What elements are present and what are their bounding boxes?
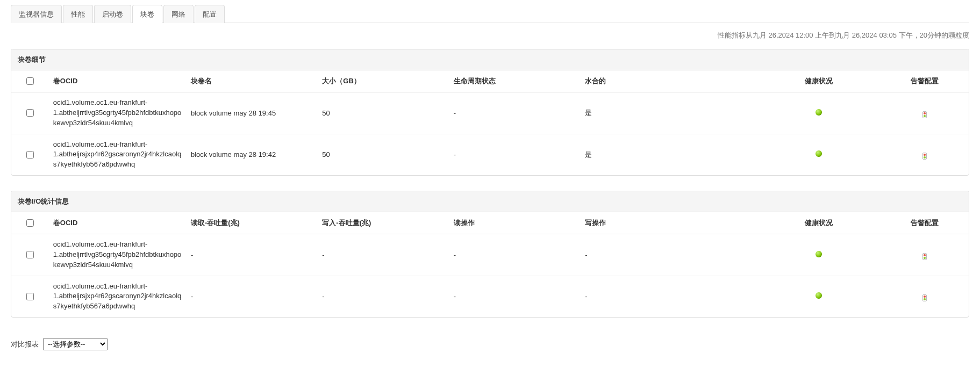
life-value: - — [449, 134, 581, 175]
tab-performance[interactable]: 性能 — [63, 5, 93, 23]
table-header-row: 卷OCID 读取-吞吐量(兆) 写入-吞吐量(兆) 读操作 写操作 健康状况 告… — [11, 212, 969, 234]
row-checkbox[interactable] — [26, 109, 34, 117]
health-status-icon — [816, 251, 822, 257]
tab-block-volume[interactable]: 块卷 — [132, 5, 162, 23]
col-header-health: 健康状况 — [756, 212, 881, 234]
life-value: - — [449, 92, 581, 134]
col-header-checkbox — [11, 212, 49, 234]
col-header-read: 读取-吞吐量(兆) — [187, 212, 318, 234]
hydrated-value: 是 — [581, 134, 756, 175]
col-header-wop: 写操作 — [581, 212, 756, 234]
col-header-name: 块卷名 — [187, 70, 318, 92]
tabs: 监视器信息 性能 启动卷 块卷 网络 配置 — [11, 4, 969, 23]
panel-title-details: 块卷细节 — [11, 49, 969, 70]
write-ops-value: - — [581, 276, 756, 317]
table-row: ocid1.volume.oc1.eu-frankfurt-1.abtheljr… — [11, 92, 969, 134]
col-header-ocid: 卷OCID — [49, 212, 187, 234]
table-row: ocid1.volume.oc1.eu-frankfurt-1.abtheljr… — [11, 276, 969, 317]
table-header-row: 卷OCID 块卷名 大小（GB） 生命周期状态 水合的 健康状况 告警配置 — [11, 70, 969, 92]
write-throughput-value: - — [318, 276, 449, 317]
read-ops-value: - — [449, 234, 581, 276]
compare-select[interactable]: --选择参数-- — [43, 338, 108, 350]
size-value: 50 — [318, 134, 449, 175]
tab-config[interactable]: 配置 — [195, 5, 225, 23]
compare-label: 对比报表 — [11, 340, 39, 349]
table-block-volume-details: 卷OCID 块卷名 大小（GB） 生命周期状态 水合的 健康状况 告警配置 oc… — [11, 70, 969, 175]
ocid-value: ocid1.volume.oc1.eu-frankfurt-1.abtheljr… — [53, 98, 182, 127]
volume-name-value: block volume may 28 19:42 — [187, 134, 318, 175]
alert-config-icon[interactable] — [922, 253, 927, 260]
read-throughput-value: - — [187, 234, 318, 276]
row-checkbox[interactable] — [26, 251, 34, 258]
col-header-health: 健康状况 — [756, 70, 881, 92]
perf-range-note: 性能指标从九月 26,2024 12:00 上午到九月 26,2024 03:0… — [11, 27, 969, 49]
tab-boot-volume[interactable]: 启动卷 — [94, 5, 131, 23]
table-row: ocid1.volume.oc1.eu-frankfurt-1.abtheljr… — [11, 134, 969, 175]
tab-network[interactable]: 网络 — [163, 5, 194, 23]
panel-title-io: 块卷I/O统计信息 — [11, 191, 969, 212]
col-header-write: 写入-吞吐量(兆) — [318, 212, 449, 234]
col-header-rop: 读操作 — [449, 212, 581, 234]
alert-config-icon[interactable] — [922, 294, 927, 301]
write-ops-value: - — [581, 234, 756, 276]
panel-block-volume-io: 块卷I/O统计信息 卷OCID 读取-吞吐量(兆) 写入-吞吐量(兆) 读操作 … — [11, 191, 969, 318]
health-status-icon — [816, 109, 822, 116]
volume-name-value: block volume may 28 19:45 — [187, 92, 318, 134]
col-header-alert: 告警配置 — [881, 70, 969, 92]
health-status-icon — [816, 292, 822, 299]
alert-config-icon[interactable] — [922, 153, 927, 160]
read-throughput-value: - — [187, 276, 318, 317]
table-block-volume-io: 卷OCID 读取-吞吐量(兆) 写入-吞吐量(兆) 读操作 写操作 健康状况 告… — [11, 212, 969, 317]
ocid-value: ocid1.volume.oc1.eu-frankfurt-1.abtheljr… — [53, 140, 181, 169]
col-header-checkbox — [11, 70, 49, 92]
col-header-life: 生命周期状态 — [449, 70, 581, 92]
col-header-hyd: 水合的 — [581, 70, 756, 92]
tab-monitor-info[interactable]: 监视器信息 — [11, 5, 62, 23]
select-all-checkbox[interactable] — [26, 77, 34, 85]
ocid-value: ocid1.volume.oc1.eu-frankfurt-1.abtheljr… — [53, 282, 181, 311]
compare-row: 对比报表 --选择参数-- — [11, 333, 969, 354]
panel-block-volume-details: 块卷细节 卷OCID 块卷名 大小（GB） 生命周期状态 水合的 健康状况 — [11, 49, 969, 176]
col-header-size: 大小（GB） — [318, 70, 449, 92]
table-row: ocid1.volume.oc1.eu-frankfurt-1.abtheljr… — [11, 234, 969, 276]
hydrated-value: 是 — [581, 92, 756, 134]
alert-config-icon[interactable] — [922, 111, 927, 118]
col-header-alert: 告警配置 — [881, 212, 969, 234]
row-checkbox[interactable] — [26, 151, 34, 159]
row-checkbox[interactable] — [26, 293, 34, 300]
health-status-icon — [816, 150, 822, 157]
read-ops-value: - — [449, 276, 581, 317]
size-value: 50 — [318, 92, 449, 134]
col-header-ocid: 卷OCID — [49, 70, 187, 92]
ocid-value: ocid1.volume.oc1.eu-frankfurt-1.abtheljr… — [53, 240, 182, 269]
select-all-checkbox[interactable] — [26, 219, 34, 227]
write-throughput-value: - — [318, 234, 449, 276]
